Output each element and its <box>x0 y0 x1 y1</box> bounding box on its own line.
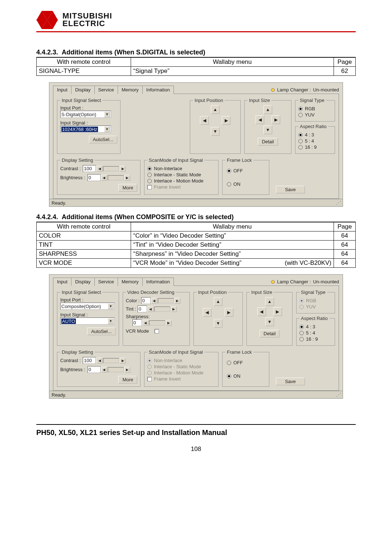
size-down-button[interactable]: ▼ <box>265 317 274 326</box>
chevron-down-icon[interactable]: ▼ <box>104 111 110 117</box>
radio-framelock-on[interactable]: ON <box>227 181 241 187</box>
size-up-button[interactable]: ▲ <box>265 297 274 306</box>
group-signal-type: Signal Type RGB YUV <box>296 290 335 313</box>
size-left-button[interactable]: ◀ <box>256 115 264 124</box>
table-row: SIGNAL-TYPE “Signal Type” 62 <box>37 67 356 76</box>
tab-information[interactable]: Information <box>142 86 174 94</box>
detail-button[interactable]: Detail <box>258 138 278 145</box>
radio-framelock-on[interactable]: ON <box>227 373 241 379</box>
arrow-left-icon[interactable]: ◀ <box>101 175 107 181</box>
label-brightness: Brightness : <box>60 367 85 372</box>
tab-display[interactable]: Display <box>71 86 95 94</box>
arrow-left-button[interactable]: ◀ <box>203 308 212 317</box>
tab-display[interactable]: Display <box>71 278 95 286</box>
detail-button[interactable]: Detail <box>260 330 279 337</box>
contrast-stepper[interactable]: 100 ◀▶ <box>83 165 126 172</box>
tint-stepper[interactable]: 0◀▶ <box>138 305 177 312</box>
table-row: COLOR“Color” in “Video Decoder Setting”6… <box>37 231 356 241</box>
group-input-signal-select: Input Signal Select Input Port : S-Digit… <box>57 98 121 154</box>
radio-framelock-off[interactable]: OFF <box>227 360 243 365</box>
tab-information[interactable]: Information <box>142 278 174 286</box>
arrow-right-icon[interactable]: ▶ <box>120 166 126 172</box>
radio-16-9[interactable]: 16 : 9 <box>299 336 332 342</box>
contrast-stepper[interactable]: 100◀▶ <box>83 357 126 364</box>
radio-5-4[interactable]: 5 : 4 <box>299 330 332 336</box>
resize-grip-icon[interactable]: ⋰ <box>336 392 340 398</box>
table-composite: With remote control Wallaby menu Page CO… <box>36 222 356 268</box>
size-right-button[interactable]: ▶ <box>271 115 280 124</box>
label-tint: Tint : <box>126 306 136 312</box>
tabs: Input Display Service Memory Information <box>53 86 173 94</box>
more-button[interactable]: More <box>118 376 137 383</box>
brand-text: MITSUBISHI ELECTRIC <box>62 12 112 28</box>
radio-interlace-motion[interactable]: Interlace - Motion Mode <box>147 178 215 184</box>
lamp-changer-status: Lamp Changer : Un-mounted <box>271 87 339 93</box>
arrow-right-button[interactable]: ▶ <box>222 116 230 125</box>
arrow-right-icon[interactable]: ▶ <box>124 175 130 181</box>
chevron-down-icon[interactable]: ▼ <box>104 126 110 132</box>
radio-4-3[interactable]: 4 : 3 <box>299 324 332 329</box>
chevron-down-icon[interactable]: ▼ <box>108 318 114 324</box>
save-button[interactable]: Save <box>276 378 305 385</box>
input-port-select[interactable]: Composite(Option)▼ <box>60 303 115 310</box>
label-sharpness: Sharpness: <box>126 314 187 319</box>
check-vcr-mode[interactable]: VCR Mode <box>126 328 187 334</box>
radio-non-interlace: Non-Interlace <box>147 358 215 363</box>
arrow-up-button[interactable]: ▲ <box>214 297 222 306</box>
tabs: Input Display Service Memory Information <box>53 278 173 286</box>
tab-memory[interactable]: Memory <box>118 278 143 286</box>
radio-4-3[interactable]: 4 : 3 <box>298 132 332 138</box>
group-aspect-ratio: Aspect Ratio 4 : 3 5 : 4 16 : 9 <box>296 316 335 346</box>
input-port-select[interactable]: S-Digital(Option)▼ <box>60 111 111 118</box>
check-frame-invert: Frame Invert <box>147 376 215 382</box>
input-signal-select[interactable]: AUTO▼ <box>60 317 115 325</box>
sharpness-stepper[interactable]: 0◀▶ <box>132 319 172 326</box>
autosel-button[interactable]: AutoSel... <box>87 328 115 335</box>
group-aspect-ratio: Aspect Ratio 4 : 3 5 : 4 16 : 9 <box>295 124 335 154</box>
arrow-left-icon[interactable]: ◀ <box>97 166 102 172</box>
tab-input[interactable]: Input <box>53 86 72 94</box>
tab-service[interactable]: Service <box>94 278 118 286</box>
radio-framelock-off[interactable]: OFF <box>227 168 243 173</box>
brightness-stepper[interactable]: 0◀▶ <box>87 366 130 373</box>
page-number: 108 <box>36 446 356 453</box>
radio-rgb: RGB <box>299 298 332 303</box>
document-header: MITSUBISHI ELECTRIC <box>36 11 356 32</box>
size-left-button[interactable]: ◀ <box>257 307 266 316</box>
group-scanmode: ScanMode of Input Signal Non-Interlace I… <box>144 349 219 387</box>
arrow-left-button[interactable]: ◀ <box>200 116 209 125</box>
arrow-down-button[interactable]: ▼ <box>211 127 220 136</box>
color-stepper[interactable]: 0◀▶ <box>141 297 180 304</box>
radio-interlace-static: Interlace - Static Mode <box>147 364 215 369</box>
tab-service[interactable]: Service <box>94 86 118 94</box>
radio-5-4[interactable]: 5 : 4 <box>298 138 332 144</box>
size-right-button[interactable]: ▶ <box>273 307 282 316</box>
input-signal-select[interactable]: 1024X768 :60Hz▼ <box>60 126 111 133</box>
radio-non-interlace[interactable]: Non-Interlace <box>147 166 215 171</box>
group-scanmode: ScanMode of Input Signal Non-Interlace I… <box>144 157 219 195</box>
tab-memory[interactable]: Memory <box>118 86 143 94</box>
label-input-port: Input Port : <box>60 105 117 111</box>
th-page: Page <box>334 58 356 67</box>
tab-input[interactable]: Input <box>53 278 72 286</box>
arrow-up-button[interactable]: ▲ <box>211 105 220 114</box>
radio-yuv[interactable]: YUV <box>298 112 332 118</box>
table-sdigital: With remote control Wallaby menu Page SI… <box>36 57 356 76</box>
group-input-position: Input Position ▲ ◀▶ ▼ <box>190 98 241 154</box>
size-up-button[interactable]: ▲ <box>264 105 272 114</box>
arrow-down-button[interactable]: ▼ <box>214 319 222 328</box>
save-button[interactable]: Save <box>276 186 305 193</box>
more-button[interactable]: More <box>118 184 137 192</box>
radio-interlace-static[interactable]: Interlace - Static Mode <box>147 172 215 177</box>
group-signal-type: Signal Type RGB YUV <box>295 98 335 122</box>
radio-16-9[interactable]: 16 : 9 <box>298 144 332 150</box>
brightness-stepper[interactable]: 0 ◀▶ <box>87 174 130 181</box>
arrow-right-button[interactable]: ▶ <box>225 308 233 317</box>
radio-rgb[interactable]: RGB <box>298 106 332 111</box>
autosel-button[interactable]: AutoSel... <box>89 136 117 143</box>
chevron-down-icon[interactable]: ▼ <box>108 303 114 309</box>
radio-interlace-motion: Interlace - Motion Mode <box>147 370 215 376</box>
resize-grip-icon[interactable]: ⋰ <box>336 200 340 206</box>
size-down-button[interactable]: ▼ <box>264 126 272 134</box>
group-display-setting: Display Setting Contrast : 100◀▶ Brightn… <box>57 349 140 387</box>
